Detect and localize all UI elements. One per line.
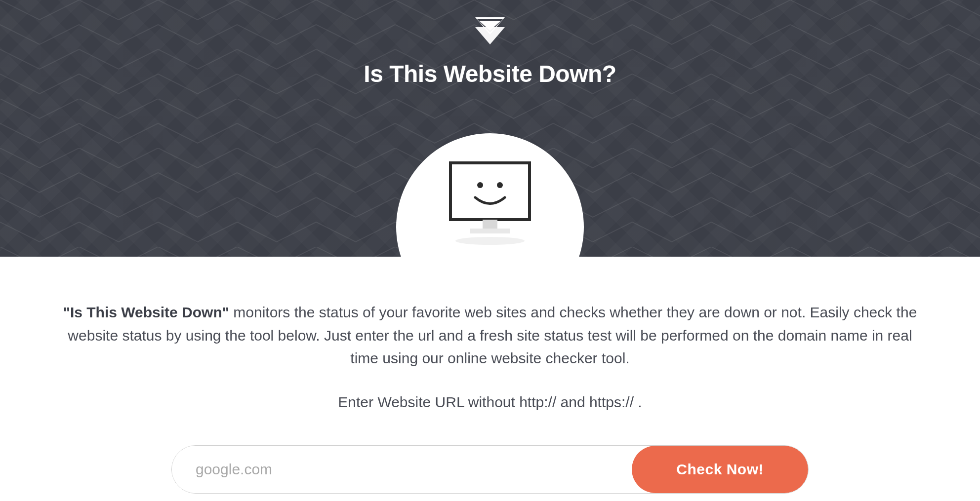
monitor-illustration-wrap <box>396 69 584 257</box>
monitor-circle <box>396 133 584 257</box>
svg-marker-4 <box>475 27 505 44</box>
check-now-button[interactable]: Check Now! <box>632 446 808 493</box>
svg-rect-9 <box>483 220 497 229</box>
description-bold: "Is This Website Down" <box>63 304 229 320</box>
url-check-form: Check Now! <box>171 445 809 494</box>
instruction-text: Enter Website URL without http:// and ht… <box>60 394 920 411</box>
svg-point-11 <box>455 237 525 245</box>
url-input[interactable] <box>172 446 632 493</box>
svg-rect-6 <box>453 166 527 217</box>
svg-point-8 <box>497 182 503 188</box>
hero-section: Is This Website Down? <box>0 0 980 257</box>
logo-icon <box>470 15 510 51</box>
happy-monitor-icon <box>441 158 539 247</box>
svg-rect-10 <box>470 229 510 233</box>
main-content: "Is This Website Down" monitors the stat… <box>31 257 949 501</box>
svg-point-7 <box>477 182 483 188</box>
description-text: "Is This Website Down" monitors the stat… <box>60 301 920 370</box>
